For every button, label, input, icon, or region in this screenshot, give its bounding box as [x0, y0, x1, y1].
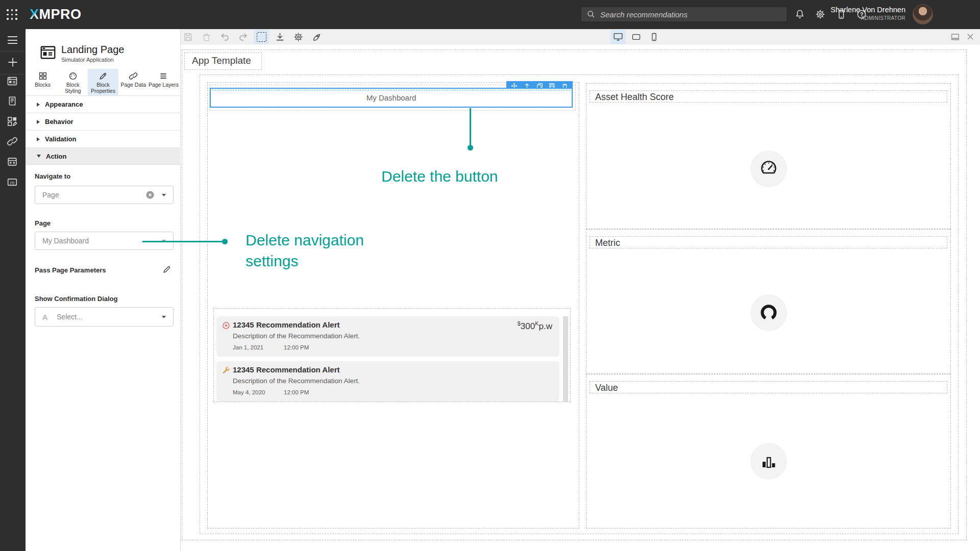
- xmpro-app-designer: XMPRO Search recommendations ? Sharlene …: [0, 0, 980, 551]
- user-name: Sharlene Von Drehnen: [830, 6, 905, 14]
- chevron-right-icon: [37, 137, 40, 141]
- gauge-arc-icon: [758, 302, 779, 323]
- annotation-line-vertical: [470, 108, 471, 146]
- text-type-icon: A: [42, 313, 47, 321]
- tab-label: Page Layers: [149, 82, 179, 88]
- my-dashboard-button[interactable]: My Dashboard: [210, 88, 573, 108]
- notifications-bell-icon[interactable]: [794, 9, 805, 20]
- accordion-behavior[interactable]: Behavior: [26, 113, 181, 130]
- tab-block-properties[interactable]: Block Properties: [88, 69, 118, 95]
- annotation-dot: [468, 145, 473, 151]
- xmpro-logo: XMPRO: [30, 7, 82, 22]
- block-properties-panel: Landing Page Simulator Application Block…: [26, 29, 181, 551]
- widget-placeholder[interactable]: [750, 151, 787, 187]
- rail-widgets-icon[interactable]: [7, 156, 19, 168]
- page-label: Page: [35, 219, 51, 227]
- save-icon[interactable]: [181, 31, 194, 42]
- section-asset-health-score[interactable]: Asset Health Score: [586, 83, 951, 229]
- tab-label: Blocks: [35, 82, 51, 88]
- recommendation-alert-card[interactable]: 12345 Recommendation Alert Description o…: [216, 361, 559, 402]
- blocks-grid-icon: [38, 71, 47, 81]
- redo-icon[interactable]: [236, 31, 250, 42]
- annotation-delete-navigation: Delete navigation settings: [246, 230, 383, 271]
- accordion-appearance[interactable]: Appearance: [26, 95, 181, 113]
- section-title: Asset Health Score: [590, 91, 947, 103]
- recommendation-alert-card[interactable]: 12345 Recommendation Alert $300Kp.w Desc…: [216, 316, 559, 357]
- column-left[interactable]: [207, 82, 579, 529]
- rail-applications-icon[interactable]: [7, 76, 19, 88]
- navigate-to-label: Navigate to: [35, 172, 70, 180]
- alert-description: Description of the Recommendation Alert.: [233, 332, 360, 340]
- mobile-view-icon[interactable]: [647, 31, 660, 42]
- wrench-icon: [222, 366, 230, 374]
- selection-dashes: [212, 90, 570, 90]
- designer-toolbar: [181, 29, 980, 44]
- close-icon[interactable]: [964, 31, 977, 42]
- app-template-label-box: App Template: [184, 53, 262, 70]
- edit-parameters-pencil-icon[interactable]: [162, 265, 172, 274]
- menu-hamburger-icon[interactable]: [7, 36, 19, 48]
- publish-rocket-icon[interactable]: [310, 31, 323, 42]
- clear-icon[interactable]: [145, 190, 155, 199]
- app-launcher-icon[interactable]: [7, 9, 18, 20]
- chevron-down-icon[interactable]: [162, 194, 166, 196]
- page-subtitle: Simulator Application: [61, 57, 114, 63]
- tab-page-data[interactable]: Page Data: [118, 69, 149, 95]
- rail-connections-icon[interactable]: [7, 136, 19, 148]
- user-menu[interactable]: Sharlene Von Drehnen ADMINISTRATOR: [830, 6, 905, 21]
- annotation-dot: [222, 239, 228, 244]
- link-icon: [129, 71, 138, 81]
- design-canvas: App Template My Dashboard 12345 Recommen…: [181, 44, 980, 551]
- error-circle-icon: [222, 321, 230, 330]
- toggle-panel-icon[interactable]: [948, 31, 962, 42]
- rail-divider: [0, 74, 26, 74]
- section-title-box: Asset Health Score: [590, 90, 947, 103]
- tab-block-styling[interactable]: Block Styling: [58, 69, 88, 95]
- canvas-settings-gear-icon[interactable]: [291, 31, 305, 42]
- alert-title: 12345 Recommendation Alert: [233, 365, 340, 374]
- accordion-action[interactable]: Action: [26, 147, 181, 165]
- desktop-view-icon[interactable]: [610, 30, 626, 44]
- rail-divider: [0, 51, 26, 52]
- rail-templates-icon[interactable]: [7, 95, 19, 108]
- chevron-down-icon[interactable]: [162, 316, 166, 318]
- search-icon: [586, 10, 596, 19]
- select-marquee-icon[interactable]: [254, 30, 269, 44]
- bar-chart-icon: [758, 451, 779, 471]
- user-role: ADMINISTRATOR: [830, 15, 905, 21]
- layers-icon: [159, 71, 168, 81]
- add-new-icon[interactable]: [7, 56, 19, 68]
- app-template-label: App Template: [185, 53, 261, 66]
- confirmation-select[interactable]: A Select...: [35, 307, 174, 327]
- tab-page-layers[interactable]: Page Layers: [149, 69, 179, 95]
- tab-label: Block Properties: [88, 82, 118, 94]
- rail-blocks-icon[interactable]: [7, 116, 19, 128]
- alert-time: 12:00 PM: [284, 344, 309, 350]
- alerts-scrollbar[interactable]: [563, 316, 568, 402]
- section-title: Metric: [590, 237, 947, 248]
- alert-date: Jan 1, 2021: [233, 344, 263, 350]
- tab-blocks[interactable]: Blocks: [28, 69, 58, 95]
- section-value[interactable]: Value: [586, 374, 951, 529]
- widget-placeholder[interactable]: [750, 443, 787, 480]
- section-metric[interactable]: Metric: [586, 229, 951, 374]
- undo-icon[interactable]: [218, 31, 231, 42]
- accordion-validation[interactable]: Validation: [26, 130, 181, 147]
- alert-date: May 4, 2020: [233, 389, 265, 395]
- navigate-to-select[interactable]: Page: [35, 186, 174, 204]
- annotation-line-horizontal: [142, 241, 223, 242]
- tab-label: Block Styling: [58, 82, 88, 94]
- delete-trash-icon[interactable]: [200, 31, 213, 42]
- palette-icon: [68, 71, 78, 81]
- alert-value: $300Kp.w: [518, 320, 552, 332]
- download-icon[interactable]: [273, 31, 286, 42]
- user-avatar[interactable]: [913, 4, 933, 24]
- rail-variables-icon[interactable]: (x): [7, 177, 19, 189]
- tablet-view-icon[interactable]: [629, 31, 643, 42]
- alert-time: 12:00 PM: [284, 389, 309, 395]
- widget-placeholder[interactable]: [750, 294, 787, 331]
- search-input[interactable]: Search recommendations: [581, 7, 787, 21]
- settings-gear-icon[interactable]: [815, 9, 826, 20]
- top-bar: XMPRO Search recommendations ? Sharlene …: [0, 0, 980, 29]
- annotation-delete-button: Delete the button: [381, 166, 498, 187]
